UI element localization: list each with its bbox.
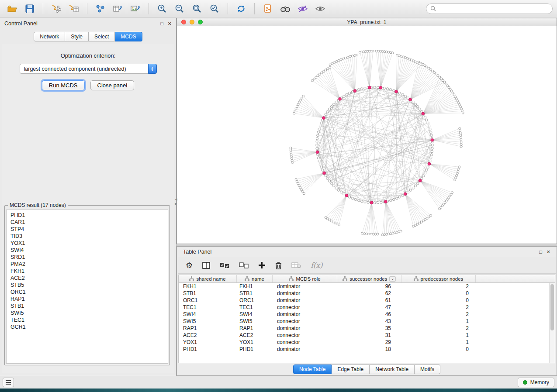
control-tab-network[interactable]: Network — [34, 32, 65, 41]
application-window: Control Panel □ ✕ NetworkStyleSelectMCDS… — [0, 0, 557, 392]
mcds-result-item[interactable]: FKH1 — [10, 268, 168, 275]
maximize-window-icon[interactable] — [198, 20, 203, 24]
table-tab-motifs[interactable]: Motifs — [415, 364, 440, 374]
search-network-icon[interactable] — [277, 2, 293, 15]
refresh-view-icon[interactable] — [233, 2, 249, 15]
column-header-predecessor-nodes[interactable]: predecessor nodes — [401, 275, 476, 282]
float-panel-icon[interactable]: □ — [160, 21, 163, 27]
node-table: shared namenameMCDS rolesuccessor nodes⌄… — [178, 275, 555, 363]
function-builder-icon[interactable]: f(x) — [311, 261, 322, 269]
network-canvas[interactable] — [177, 26, 557, 244]
export-document-icon[interactable] — [260, 2, 276, 15]
close-panel-icon[interactable]: ✕ — [547, 249, 550, 255]
show-details-icon[interactable] — [312, 2, 328, 15]
memory-label: Memory — [530, 379, 549, 385]
column-header-name[interactable]: name — [237, 275, 273, 282]
delete-table-icon[interactable] — [291, 262, 301, 268]
main-toolbar — [0, 0, 557, 17]
memory-button[interactable]: Memory — [518, 378, 554, 387]
hide-details-icon[interactable] — [295, 2, 311, 15]
mcds-result-item[interactable]: PMA2 — [10, 261, 168, 268]
mcds-result-list[interactable]: PHD1CAR1STP4TID3YOX1SWI4SRD1PMA2FKH1ACE2… — [6, 210, 168, 364]
mcds-result-item[interactable]: TID3 — [10, 233, 168, 240]
sort-menu-icon[interactable]: ⌄ — [389, 276, 395, 282]
control-tab-select[interactable]: Select — [89, 32, 115, 41]
export-image-icon[interactable] — [128, 2, 143, 15]
close-window-icon[interactable] — [181, 20, 186, 24]
mcds-result-item[interactable]: GCR1 — [10, 323, 168, 330]
import-network-file-icon[interactable] — [110, 2, 126, 15]
table-row[interactable]: SWI5SWI5connector431 — [179, 318, 555, 325]
mcds-result-item[interactable]: ORC1 — [10, 289, 168, 296]
table-tab-node-table[interactable]: Node Table — [293, 364, 332, 374]
save-session-icon[interactable] — [22, 2, 38, 15]
control-tab-style[interactable]: Style — [65, 32, 89, 41]
mcds-result-item[interactable]: RAP1 — [10, 296, 168, 303]
close-panel-icon[interactable]: ✕ — [168, 21, 172, 27]
optimization-criterion-select[interactable]: largest connected component (undirected)… — [20, 64, 157, 74]
mcds-result-item[interactable]: SRD1 — [10, 254, 168, 261]
table-row[interactable]: RAP1RAP1dominator352 — [179, 325, 555, 332]
run-mcds-button[interactable]: Run MCDS — [42, 80, 85, 90]
zoom-selected-icon[interactable] — [207, 2, 222, 15]
column-header-successor-nodes[interactable]: successor nodes⌄ — [337, 275, 401, 282]
zoom-in-icon[interactable] — [154, 2, 170, 15]
search-input[interactable] — [439, 6, 548, 12]
table-row[interactable]: FKH1FKH1dominator962 — [179, 283, 555, 290]
table-row[interactable]: TEC1TEC1connector472 — [179, 304, 555, 311]
table-row[interactable]: PHD1PHD1dominator180 — [179, 346, 555, 353]
deselect-all-icon[interactable] — [239, 262, 249, 268]
table-cell: 43 — [337, 318, 401, 324]
table-cell: 31 — [337, 332, 401, 338]
mcds-result-item[interactable]: PHD1 — [10, 212, 168, 219]
table-scrollbar[interactable] — [549, 283, 555, 363]
table-cell: FKH1 — [179, 283, 237, 289]
table-row[interactable]: YOX1YOX1connector291 — [179, 339, 555, 346]
scrollbar-thumb[interactable] — [550, 284, 554, 330]
mcds-result-item[interactable]: SWI4 — [10, 247, 168, 254]
zoom-out-icon[interactable] — [172, 2, 187, 15]
close-panel-button[interactable]: Close panel — [90, 80, 135, 90]
mcds-result-item[interactable]: ACE2 — [10, 275, 168, 282]
select-all-icon[interactable] — [220, 262, 229, 268]
table-cell: dominator — [273, 283, 337, 289]
table-toolbar: ⚙ — [178, 257, 556, 274]
mcds-result-item[interactable]: TEC1 — [10, 316, 168, 323]
float-panel-icon[interactable]: □ — [539, 249, 542, 255]
table-tab-network-table[interactable]: Network Table — [370, 364, 415, 374]
new-network-icon[interactable] — [93, 2, 108, 15]
table-row[interactable]: ORC1ORC1dominator610 — [179, 297, 555, 304]
open-session-icon[interactable] — [4, 2, 20, 15]
column-header-MCDS-role[interactable]: MCDS role — [273, 275, 337, 282]
column-type-icon — [414, 276, 419, 282]
delete-column-icon[interactable] — [275, 261, 282, 269]
toolbar-separator — [43, 3, 43, 14]
show-columns-icon[interactable] — [202, 262, 210, 269]
mcds-result-item[interactable]: YOX1 — [10, 240, 168, 247]
control-tab-mcds[interactable]: MCDS — [115, 32, 142, 41]
search-icon — [430, 6, 436, 11]
panel-splitter-handle[interactable]: ◀▶ — [174, 198, 178, 207]
table-cell: SWI4 — [237, 311, 273, 317]
add-column-icon[interactable] — [258, 261, 266, 269]
column-type-icon — [343, 276, 347, 282]
table-cell: connector — [273, 304, 337, 310]
table-tab-edge-table[interactable]: Edge Table — [332, 364, 370, 374]
mcds-result-item[interactable]: STP4 — [10, 226, 168, 233]
import-network-icon[interactable] — [48, 2, 64, 15]
mcds-result-item[interactable]: SWI5 — [10, 309, 168, 316]
import-table-icon[interactable] — [66, 2, 82, 15]
minimize-window-icon[interactable] — [190, 20, 194, 24]
column-header-shared-name[interactable]: shared name — [179, 275, 237, 282]
table-settings-icon[interactable]: ⚙ — [186, 261, 193, 270]
table-row[interactable]: STB1STB1dominator620 — [179, 290, 555, 297]
table-row[interactable]: ACE2ACE2connector311 — [179, 332, 555, 339]
global-search[interactable] — [426, 3, 553, 14]
mcds-result-item[interactable]: STB1 — [10, 303, 168, 309]
table-row[interactable]: SWI4SWI4dominator462 — [179, 311, 555, 318]
zoom-fit-icon[interactable] — [189, 2, 205, 15]
task-history-button[interactable] — [3, 378, 14, 387]
table-cell: TEC1 — [237, 304, 273, 310]
mcds-result-item[interactable]: STB5 — [10, 282, 168, 289]
mcds-result-item[interactable]: CAR1 — [10, 219, 168, 226]
